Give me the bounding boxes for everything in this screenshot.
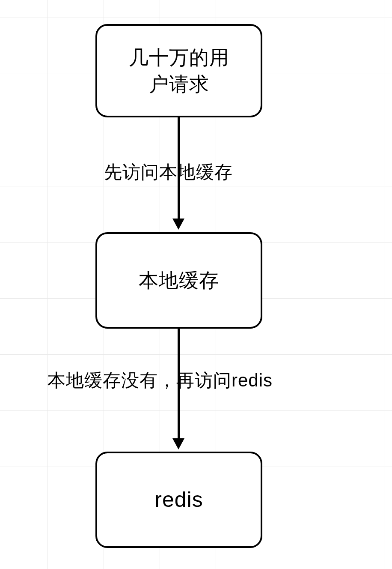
edge-1-label: 先访问本地缓存 — [104, 160, 233, 184]
node-requests: 几十万的用户请求 — [95, 24, 262, 117]
node-local-cache-label: 本地缓存 — [139, 267, 219, 293]
edge-1-arrowhead — [172, 219, 184, 230]
node-redis: redis — [95, 452, 262, 548]
node-redis-label: redis — [154, 485, 203, 515]
node-requests-label: 几十万的用户请求 — [129, 44, 229, 97]
diagram-canvas: 几十万的用户请求 先访问本地缓存 本地缓存 本地缓存没有，再访问redis re… — [0, 0, 392, 569]
node-local-cache: 本地缓存 — [95, 232, 262, 329]
edge-2-label: 本地缓存没有，再访问redis — [48, 368, 273, 392]
edge-2-arrowhead — [172, 438, 184, 449]
